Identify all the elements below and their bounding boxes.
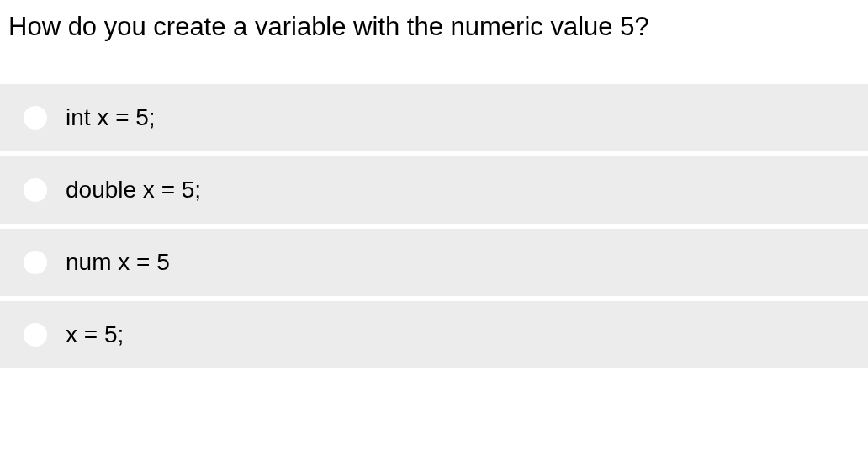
quiz-question-container: How do you create a variable with the nu… [0, 0, 868, 368]
radio-icon[interactable] [24, 178, 47, 202]
option-label: num x = 5 [66, 249, 170, 276]
option-label: double x = 5; [66, 177, 201, 204]
option-label: x = 5; [66, 321, 124, 348]
options-list: int x = 5; double x = 5; num x = 5 x = 5… [0, 84, 868, 368]
radio-icon[interactable] [24, 251, 47, 274]
option-row[interactable]: int x = 5; [0, 84, 868, 151]
radio-icon[interactable] [24, 106, 47, 130]
option-row[interactable]: double x = 5; [0, 156, 868, 224]
question-text: How do you create a variable with the nu… [0, 0, 868, 84]
radio-icon[interactable] [24, 323, 47, 347]
option-label: int x = 5; [66, 104, 156, 131]
option-row[interactable]: num x = 5 [0, 229, 868, 296]
option-row[interactable]: x = 5; [0, 301, 868, 368]
